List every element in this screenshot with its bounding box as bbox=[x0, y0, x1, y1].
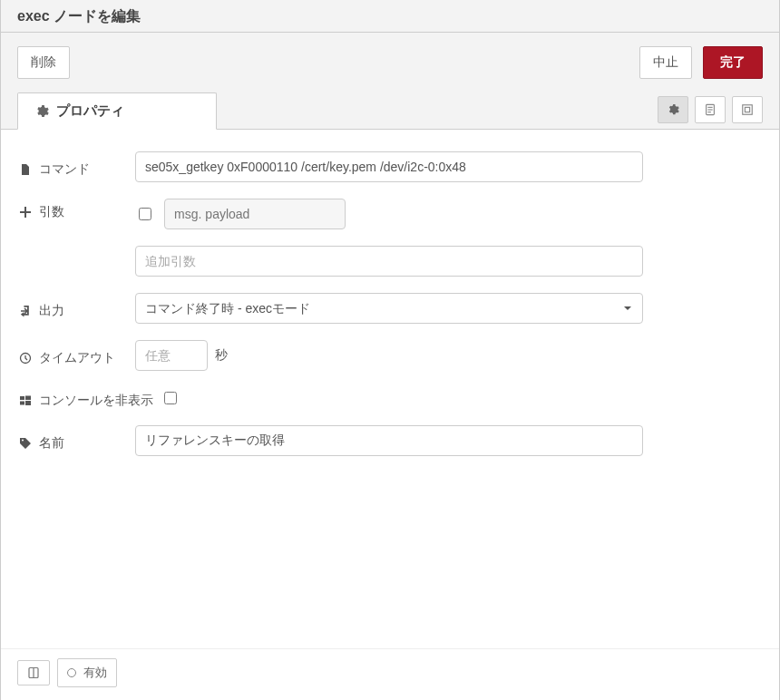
row-hide-console: コンソールを非表示 bbox=[17, 387, 763, 409]
append-msg-checkbox[interactable] bbox=[139, 208, 151, 220]
edit-node-panel: exec ノードを編集 削除 中止 完了 プロパティ bbox=[0, 0, 780, 700]
action-button-row: 削除 中止 完了 bbox=[1, 33, 779, 92]
label-name: 名前 bbox=[17, 430, 135, 452]
footer-bar: 有効 bbox=[1, 648, 779, 700]
output-mode-select[interactable]: コマンド終了時 - execモード bbox=[135, 293, 643, 324]
msg-payload-field[interactable]: msg. payload bbox=[164, 199, 346, 229]
row-extra-args bbox=[17, 246, 763, 277]
svg-rect-4 bbox=[743, 105, 753, 115]
arrow-out-icon bbox=[17, 305, 34, 317]
svg-rect-9 bbox=[20, 396, 24, 400]
enabled-label: 有効 bbox=[83, 665, 107, 681]
label-timeout: タイムアウト bbox=[17, 345, 135, 366]
msg-field-text: payload bbox=[205, 207, 249, 221]
timeout-input[interactable] bbox=[135, 340, 208, 371]
plus-icon bbox=[17, 206, 34, 219]
docs-button[interactable] bbox=[17, 660, 50, 685]
gear-icon bbox=[34, 104, 49, 119]
windows-icon bbox=[17, 394, 34, 407]
row-name: 名前 bbox=[17, 425, 763, 456]
tab-properties[interactable]: プロパティ bbox=[17, 92, 217, 130]
description-view-button[interactable] bbox=[695, 96, 726, 123]
panel-title: exec ノードを編集 bbox=[1, 0, 779, 33]
row-timeout: タイムアウト 秒 bbox=[17, 340, 763, 371]
enabled-toggle[interactable]: 有効 bbox=[57, 658, 117, 687]
form-area: コマンド 引数 msg. payload bbox=[1, 130, 779, 648]
appearance-icon bbox=[741, 103, 754, 116]
gear-icon bbox=[667, 103, 679, 116]
hide-console-checkbox[interactable] bbox=[164, 392, 177, 404]
command-input[interactable] bbox=[135, 151, 643, 182]
document-icon bbox=[704, 103, 717, 116]
cancel-button[interactable]: 中止 bbox=[639, 46, 692, 79]
label-output: 出力 bbox=[17, 297, 135, 319]
svg-rect-11 bbox=[20, 402, 24, 405]
extra-args-input[interactable] bbox=[135, 246, 643, 277]
tab-properties-label: プロパティ bbox=[56, 102, 124, 120]
svg-rect-5 bbox=[745, 107, 749, 112]
clock-icon bbox=[17, 352, 34, 365]
row-output: 出力 コマンド終了時 - execモード bbox=[17, 293, 763, 324]
label-hide-console: コンソールを非表示 bbox=[17, 387, 153, 409]
book-icon bbox=[27, 666, 40, 679]
label-args: 引数 bbox=[17, 199, 135, 220]
label-command: コマンド bbox=[17, 156, 135, 178]
svg-rect-12 bbox=[25, 401, 31, 405]
row-args: 引数 msg. payload bbox=[17, 199, 763, 229]
timeout-unit: 秒 bbox=[215, 347, 228, 364]
circle-icon bbox=[67, 668, 76, 677]
done-button[interactable]: 完了 bbox=[703, 46, 763, 79]
tag-icon bbox=[17, 437, 34, 450]
properties-view-button[interactable] bbox=[658, 96, 688, 123]
svg-rect-7 bbox=[20, 211, 31, 213]
msg-prefix-text: msg. bbox=[174, 207, 201, 221]
name-input[interactable] bbox=[135, 425, 643, 456]
file-icon bbox=[17, 163, 34, 176]
delete-button[interactable]: 削除 bbox=[17, 46, 70, 79]
row-command: コマンド bbox=[17, 151, 763, 182]
svg-rect-10 bbox=[25, 396, 31, 401]
appearance-view-button[interactable] bbox=[732, 96, 763, 123]
tabs-row: プロパティ bbox=[1, 92, 779, 130]
